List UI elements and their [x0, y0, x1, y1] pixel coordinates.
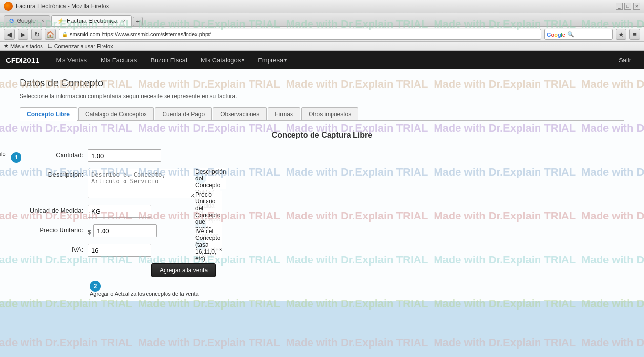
nav-empresa[interactable]: Empresa	[251, 51, 293, 69]
search-icon: 🔍	[567, 31, 574, 38]
tab-bar: G Google ✕ ⚡ Factura Electrónica ✕ +	[0, 13, 644, 27]
bookmark-visited-label: Más visitados	[10, 43, 43, 49]
close-button[interactable]: ✕	[633, 3, 640, 10]
page-title: Datos de Concepto	[20, 78, 624, 89]
url-bar[interactable]: 🔒 smsmid.com https://www.smsmid.com/sist…	[59, 29, 541, 40]
content-tabs: Concepto Libre Catalago de Conceptos Cue…	[20, 107, 624, 121]
currency-symbol: $	[88, 226, 91, 236]
tab-factura[interactable]: ⚡ Factura Electrónica ✕	[51, 15, 132, 26]
nav-buzon-fiscal[interactable]: Buzon Fiscal	[144, 51, 193, 69]
browser-chrome: Factura Electrónica - Mozilla Firefox _ …	[0, 0, 644, 51]
minimize-button[interactable]: _	[616, 3, 623, 10]
unidad-input[interactable]	[88, 205, 151, 218]
bookmark-firefox-label: Comenzar a usar Firefox	[54, 43, 113, 49]
back-button[interactable]: ◀	[4, 29, 15, 40]
title-bar: Factura Electrónica - Mozilla Firefox _ …	[0, 0, 644, 13]
form-group-precio: Precio Unitario: $ 6 Precio Unitario del…	[24, 224, 624, 237]
tab-observaciones[interactable]: Observaciones	[213, 107, 267, 120]
tab-firmas[interactable]: Firmas	[268, 107, 300, 120]
annotation-text-2: Agregar o Actualiza los conceptos de la …	[24, 291, 624, 297]
url-text: smsmid.com https://www.smsmid.com/sistem…	[70, 31, 538, 37]
title-bar-left: Factura Electrónica - Mozilla Firefox	[4, 2, 109, 11]
factura-favicon: ⚡	[57, 18, 64, 24]
form-group-btn: Agregar a la venta 2	[24, 263, 624, 277]
nav-mis-ventas[interactable]: Mis Ventas	[49, 51, 94, 69]
main-content: Datos de Concepto Seleccione la informac…	[0, 69, 644, 301]
app-brand: CFDI2011	[6, 56, 39, 64]
nav-salir[interactable]: Salir	[612, 51, 638, 69]
tab-google[interactable]: G Google ✕	[4, 15, 50, 26]
precio-label: Precio Unitario:	[24, 224, 88, 234]
home-button[interactable]: 🏠	[45, 29, 56, 40]
window-controls[interactable]: _ □ ✕	[616, 3, 640, 10]
nav-mis-catalogos[interactable]: Mis Catalogos	[194, 51, 251, 69]
tab-factura-label: Factura Electrónica	[67, 18, 117, 24]
tab-catalago-conceptos[interactable]: Catalago de Conceptos	[78, 107, 154, 120]
form-area: Cantidad del concepto, artículo o servic…	[20, 149, 624, 297]
tab-otros-impuestos[interactable]: Otros impuestos	[301, 107, 358, 120]
precio-prefix: $	[88, 224, 157, 237]
descripcion-textarea[interactable]	[88, 169, 195, 198]
section-title: Concepto de Captura Libre	[20, 131, 624, 139]
callout-text-5: IVA del Concepto (tasa 16,11,0, etc)	[195, 228, 220, 262]
browser-search-bar[interactable]: Google 🔍	[544, 29, 613, 40]
callout-bubble-2: 2	[90, 281, 101, 292]
reload-button[interactable]: ↻	[31, 29, 42, 40]
callout-bubble-1: 1	[11, 152, 21, 163]
form-group-unidad: Unidad de Medida: 3 Unidad de Medida del…	[24, 205, 624, 218]
firefox-icon	[4, 2, 13, 11]
tab-concepto-libre[interactable]: Concepto Libre	[20, 107, 77, 121]
descripcion-label: Descripcion:	[24, 169, 88, 178]
app-nav: CFDI2011 Mis Ventas Mis Facturas Buzon F…	[0, 51, 644, 69]
lock-icon: 🔒	[62, 32, 68, 37]
star-icon: ★	[4, 43, 9, 49]
maximize-button[interactable]: □	[624, 3, 631, 10]
page-subtitle: Seleccione la informacion complentaria s…	[20, 93, 624, 99]
tab-factura-close[interactable]: ✕	[122, 18, 126, 24]
tab-google-close[interactable]: ✕	[41, 18, 45, 24]
firefox-bookmark-icon: ☐	[48, 43, 53, 49]
callout-text-4: Descripción del Concepto	[195, 168, 226, 189]
form-group-descripcion: Descripcion: 4 Descripción del Concepto	[24, 169, 624, 198]
iva-input[interactable]	[88, 244, 151, 257]
bookmarks-bar: ★ Más visitados ☐ Comenzar a usar Firefo…	[0, 42, 644, 51]
form-group-cantidad: Cantidad:	[24, 149, 624, 162]
nav-mis-facturas[interactable]: Mis Facturas	[94, 51, 144, 69]
google-favicon: G	[9, 18, 14, 24]
bookmark-firefox[interactable]: ☐ Comenzar a usar Firefox	[48, 43, 113, 49]
annotation-text-1: Cantidad del concepto, artículo o servic…	[0, 150, 10, 171]
bookmark-visited[interactable]: ★ Más visitados	[4, 43, 43, 49]
tab-cuenta-pago[interactable]: Cuenta de Pago	[155, 107, 212, 120]
star-button[interactable]: ★	[616, 29, 626, 40]
cantidad-label: Cantidad:	[24, 149, 88, 159]
precio-input[interactable]	[93, 224, 157, 237]
settings-button[interactable]: ≡	[629, 29, 640, 40]
iva-label: IVA:	[24, 244, 88, 253]
form-group-iva: IVA: 5 IVA del Concepto (tasa 16,11,0, e…	[24, 244, 624, 257]
cantidad-input[interactable]	[88, 149, 161, 162]
tab-google-label: Google	[17, 18, 36, 24]
address-bar: ◀ ▶ ↻ 🏠 🔒 smsmid.com https://www.smsmid.…	[0, 27, 644, 42]
forward-button[interactable]: ▶	[18, 29, 28, 40]
unidad-label: Unidad de Medida:	[24, 205, 88, 214]
google-search-logo: Google	[547, 31, 565, 38]
agregar-button[interactable]: Agregar a la venta	[151, 263, 216, 277]
new-tab-button[interactable]: +	[133, 17, 143, 26]
browser-title: Factura Electrónica - Mozilla Firefox	[16, 3, 109, 10]
